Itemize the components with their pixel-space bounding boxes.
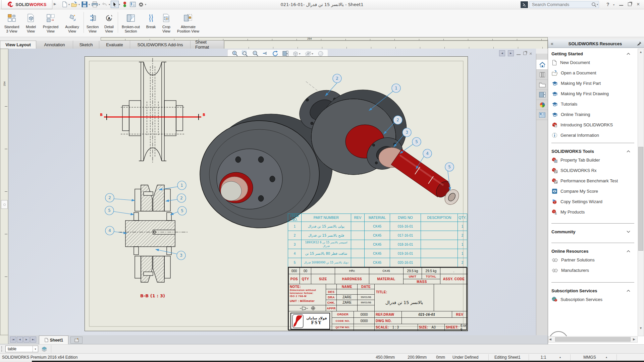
open-button[interactable]: [70, 1, 78, 8]
table-style-combo[interactable]: table ▾: [5, 346, 38, 352]
minimize-button[interactable]: [619, 5, 623, 6]
sheet1-tab[interactable]: Sheet1: [39, 336, 68, 344]
projected-view-button[interactable]: ProjectedView: [40, 10, 61, 36]
scale-dropdown-arrow[interactable]: ▴: [559, 356, 561, 359]
tab-annotation[interactable]: Annotation: [36, 41, 73, 49]
crop-view-button[interactable]: CropView: [159, 10, 174, 36]
collapse-panel-button[interactable]: «: [551, 41, 553, 46]
broken-out-section-button[interactable]: Broken-outSection: [119, 10, 143, 36]
next-sheet-button[interactable]: ▶: [23, 337, 30, 343]
rotate-view-button[interactable]: [272, 50, 279, 57]
detail-view-button[interactable]: ADetailView: [101, 10, 117, 36]
resource-item-performance-benchmark-test[interactable]: FxPerformance Benchmark Test: [548, 176, 638, 186]
resource-item-introducing-solidworks[interactable]: Introducing SOLIDWORKS: [548, 120, 638, 130]
add-sheet-button[interactable]: [70, 337, 83, 344]
custom-properties-tab[interactable]: [536, 110, 548, 120]
scroll-thumb[interactable]: [638, 147, 643, 251]
section-online-resources[interactable]: Online Resources: [548, 245, 638, 255]
previous-window-button[interactable]: ◀: [499, 50, 505, 56]
previous-sheet-button[interactable]: ◀: [17, 337, 23, 343]
panel-vertical-scrollbar[interactable]: ▲ ▼: [638, 49, 644, 336]
resource-item-solidworks-rx[interactable]: FxSOLIDWORKS Rx: [548, 165, 638, 176]
section-solidworks-tools[interactable]: SOLIDWORKS Tools: [548, 145, 638, 155]
resource-item-manufacturers[interactable]: Manufacturers: [548, 265, 638, 276]
ruler-widget-button[interactable]: [1, 200, 8, 209]
zoom-in-out-button[interactable]: [252, 50, 259, 57]
save-button[interactable]: [80, 1, 89, 8]
design-library-tab[interactable]: [536, 70, 548, 80]
display-style-button[interactable]: ▾: [292, 50, 301, 57]
restore-button[interactable]: [628, 2, 632, 6]
scroll-down-arrow[interactable]: ▼: [638, 325, 644, 331]
next-window-button[interactable]: ▶: [508, 50, 514, 56]
bom-row[interactable]: 2فلنج بالانسر 15 تن فدرالCK45017-16-012: [288, 231, 467, 240]
resource-item-tutorials[interactable]: Tutorials: [548, 99, 638, 109]
resource-item-my-products[interactable]: My Products: [548, 207, 638, 217]
view-settings-button[interactable]: [282, 50, 289, 57]
title-block[interactable]: 000 00 HRc CK45 29.5 kg 29.5 kg . POS QT…: [288, 267, 467, 330]
bom-table[interactable]: ITEM NO.PART NUMBERREVMATERIALDWG NODESC…: [288, 214, 467, 267]
file-explorer-tab[interactable]: [536, 80, 548, 90]
scroll-left-arrow[interactable]: ◀: [549, 337, 551, 342]
sheet-scale[interactable]: 1:1: [537, 355, 550, 360]
print-button[interactable]: [91, 1, 99, 8]
break-button[interactable]: Break: [144, 10, 158, 36]
select-tool-button[interactable]: [111, 1, 119, 8]
doc-close-button[interactable]: ×: [529, 51, 532, 56]
tab-evaluate[interactable]: Evaluate: [99, 41, 130, 49]
previous-view-button[interactable]: [262, 50, 269, 57]
doc-minimize-button[interactable]: [517, 54, 521, 55]
interference-detection-button[interactable]: [121, 1, 129, 8]
menu-expand-arrow[interactable]: ▶: [54, 2, 56, 6]
resource-item-making-my-first-drawing[interactable]: Making My First Drawing: [548, 88, 638, 99]
bom-row[interactable]: 4شافت قطر 80 بالانسر 15 تنCK45019-16-011: [288, 249, 467, 258]
resource-item-making-my-first-part[interactable]: Making My First Part: [548, 78, 638, 88]
resource-item-subscription-services[interactable]: Subscription Services: [548, 294, 638, 305]
scroll-right-arrow[interactable]: ▶: [633, 337, 635, 342]
close-button[interactable]: ×: [637, 1, 640, 7]
toolbar-grip[interactable]: [1, 346, 2, 352]
resource-item-open-a-document[interactable]: Open a Document: [548, 68, 638, 78]
last-sheet-button[interactable]: ▶|: [30, 337, 36, 343]
search-flyout-button[interactable]: [521, 1, 528, 8]
combo-dropdown-arrow[interactable]: ▾: [33, 346, 38, 352]
help-button[interactable]: ?: [606, 2, 609, 7]
edit-appearance-button[interactable]: [317, 50, 324, 57]
section-view-button[interactable]: SectionView: [85, 10, 101, 36]
resource-item-new-document[interactable]: New Document: [548, 57, 638, 68]
standard-3-view-button[interactable]: Standard3 View: [2, 10, 21, 36]
help-dropdown[interactable]: ▾: [613, 3, 614, 6]
resource-item-property-tab-builder[interactable]: Property Tab Builder: [548, 155, 638, 165]
search-input[interactable]: [530, 2, 591, 7]
appearances-tab[interactable]: [536, 100, 548, 110]
layers-button[interactable]: [41, 346, 48, 353]
settings-button[interactable]: [137, 1, 145, 8]
hide-show-items-button[interactable]: ▾: [305, 50, 314, 57]
tab-sketch[interactable]: Sketch: [73, 41, 99, 49]
first-sheet-button[interactable]: |◀: [10, 337, 16, 343]
zoom-to-area-button[interactable]: [241, 50, 248, 57]
bom-row[interactable]: 1پولی بالانسر 15 تن فدرالCK45016-16-011: [288, 222, 467, 231]
doc-restore-button[interactable]: [523, 52, 527, 55]
zoom-to-fit-button[interactable]: [231, 50, 238, 57]
resource-item-online-training[interactable]: Online Training: [548, 109, 638, 120]
tab-solidworks-add-ins[interactable]: SOLIDWORKS Add-Ins: [130, 41, 191, 49]
resource-item-general-information[interactable]: General Information: [548, 130, 638, 140]
model-view-button[interactable]: ModelView: [22, 10, 40, 36]
search-icon[interactable]: [591, 2, 597, 7]
alternate-position-view-button[interactable]: AlternatePosition View: [174, 10, 203, 36]
resource-item-compare-my-score[interactable]: Compare My Score: [548, 186, 638, 196]
task-pane-home-tab[interactable]: [536, 60, 548, 70]
resource-item-copy-settings-wizard[interactable]: Copy Settings Wizard: [548, 196, 638, 207]
section-community[interactable]: Community: [548, 226, 638, 235]
panel-horizontal-scrollbar[interactable]: ◀ ▶: [548, 336, 638, 343]
hscroll-thumb[interactable]: [555, 337, 631, 342]
section-subscription-services[interactable]: Subscription Services: [548, 285, 638, 294]
tab-view-layout[interactable]: View Layout: [0, 41, 36, 49]
undo-button[interactable]: [101, 1, 109, 8]
resource-item-partner-solutions[interactable]: Partner Solutions: [548, 255, 638, 265]
view-palette-tab[interactable]: [536, 90, 548, 100]
auxiliary-view-button[interactable]: AuxiliaryView: [62, 10, 83, 36]
section-getting-started[interactable]: Getting Started: [548, 48, 638, 57]
new-document-button[interactable]: [60, 1, 68, 8]
